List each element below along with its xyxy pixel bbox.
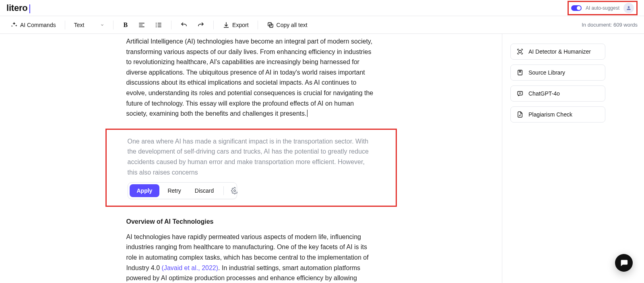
chevron-down-icon: [100, 23, 104, 27]
sidebar-item-plagiarism[interactable]: Plagiarism Check: [510, 106, 605, 123]
toolbar-sep: [113, 21, 114, 29]
intro-text: Artificial Intelligence (AI) technologie…: [126, 38, 374, 117]
bold-button[interactable]: B: [118, 19, 132, 31]
editor-toolbar: AI Commands Text B Export: [0, 16, 644, 34]
word-count-suffix: words: [622, 22, 638, 28]
sparkle-icon: [10, 21, 18, 29]
toolbar-sep: [223, 186, 224, 195]
sidebar-item-ai-detector[interactable]: AI Detector & Humanizer: [510, 44, 605, 60]
app-header: litero AI auto-suggest: [0, 0, 644, 16]
sidebar-item-label: Source Library: [528, 69, 565, 76]
ai-suggestion-text: One area where AI has made a significant…: [128, 136, 375, 177]
word-count-value: 609: [613, 22, 622, 28]
copy-all-label: Copy all text: [277, 22, 308, 28]
toolbar-sep: [213, 21, 214, 29]
copy-all-button[interactable]: Copy all text: [263, 19, 312, 31]
svg-point-3: [156, 23, 157, 23]
editor-main[interactable]: Artificial Intelligence (AI) technologie…: [0, 34, 502, 283]
redo-icon: [197, 21, 204, 29]
suggestion-settings-button[interactable]: [228, 187, 235, 194]
bold-icon: B: [123, 21, 128, 29]
ai-commands-label: AI Commands: [20, 22, 56, 28]
word-count: In document: 609 words: [582, 22, 638, 28]
align-left-icon: [138, 21, 145, 29]
sidebar-item-label: Plagiarism Check: [528, 111, 572, 118]
discard-button[interactable]: Discard: [189, 184, 219, 197]
undo-icon: [180, 21, 188, 29]
list-button[interactable]: [151, 19, 166, 31]
download-icon: [223, 21, 230, 29]
retry-button[interactable]: Retry: [162, 184, 186, 197]
svg-rect-12: [519, 50, 521, 53]
text-caret: [307, 110, 308, 117]
apply-button[interactable]: Apply: [130, 184, 160, 197]
ai-suggestion-toolbar: Apply Retry Discard: [128, 182, 237, 199]
toolbar-sep: [258, 21, 258, 29]
ai-autosuggest-toggle[interactable]: [571, 5, 582, 11]
text-style-value: Text: [74, 22, 85, 28]
undo-button[interactable]: [176, 19, 192, 31]
ai-commands-button[interactable]: AI Commands: [6, 19, 60, 31]
right-sidebar: AI Detector & Humanizer Source Library C…: [502, 34, 644, 283]
svg-point-7: [156, 26, 157, 27]
bookmark-icon: [516, 69, 524, 76]
section-heading[interactable]: Overview of AI Technologies: [126, 216, 376, 227]
logo-cursor: [29, 4, 30, 13]
copy-icon: [267, 21, 274, 29]
chat-expand-icon: [516, 90, 524, 97]
toolbar-sep: [171, 21, 171, 29]
sidebar-item-source-library[interactable]: Source Library: [510, 65, 605, 81]
citation-link[interactable]: (Javaid et al., 2022): [162, 264, 219, 271]
svg-rect-13: [518, 70, 522, 75]
text-style-dropdown[interactable]: Text: [70, 19, 109, 31]
bullet-list-icon: [155, 21, 162, 29]
person-icon: [626, 5, 632, 11]
align-button[interactable]: [134, 19, 149, 31]
app-logo: litero: [6, 3, 30, 13]
user-avatar[interactable]: [623, 3, 634, 13]
intro-paragraph[interactable]: Artificial Intelligence (AI) technologie…: [126, 36, 376, 119]
app-name: litero: [6, 3, 28, 13]
sidebar-item-label: AI Detector & Humanizer: [528, 48, 591, 55]
help-chat-button[interactable]: [615, 254, 633, 272]
ai-suggestion-panel: One area where AI has made a significant…: [105, 129, 397, 207]
gear-icon: [231, 187, 238, 194]
ai-autosuggest-label: AI auto-suggest: [586, 5, 619, 11]
word-count-prefix: In document:: [582, 22, 613, 28]
export-label: Export: [232, 22, 248, 28]
body-paragraph[interactable]: AI technologies have rapidly permeated v…: [126, 232, 376, 283]
toolbar-sep: [65, 21, 65, 29]
svg-point-5: [156, 24, 157, 25]
export-button[interactable]: Export: [219, 19, 252, 31]
chat-bubble-icon: [619, 258, 628, 267]
sidebar-item-label: ChatGPT-4o: [528, 90, 560, 97]
ai-autosuggest-group: AI auto-suggest: [568, 1, 638, 15]
sidebar-item-chatgpt[interactable]: ChatGPT-4o: [510, 85, 605, 102]
scan-icon: [516, 48, 524, 55]
svg-point-11: [234, 190, 236, 192]
redo-button[interactable]: [193, 19, 208, 31]
document-check-icon: [516, 111, 524, 118]
